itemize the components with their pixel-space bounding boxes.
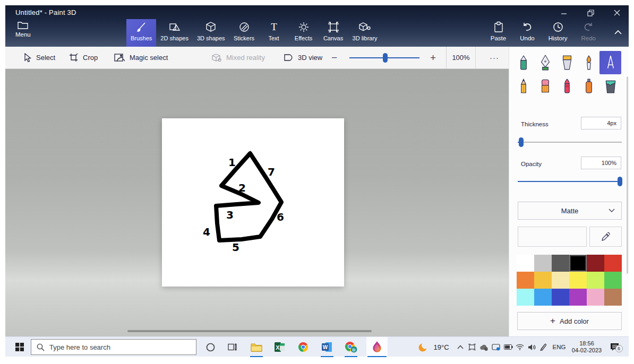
taskbar-app-paint-3d[interactable] (366, 337, 388, 357)
tab-2d-shapes[interactable]: 2D shapes (156, 19, 193, 47)
collapse-ribbon-button[interactable] (614, 28, 622, 37)
color-swatch[interactable] (587, 255, 604, 272)
color-swatch[interactable] (604, 255, 622, 272)
undo-button[interactable]: Undo (515, 19, 540, 47)
color-swatch[interactable] (552, 272, 569, 289)
opacity-slider[interactable] (518, 176, 622, 187)
tray-ink-icon[interactable] (537, 337, 549, 357)
notification-center-button[interactable]: 6 (606, 337, 622, 357)
2d-shapes-icon (169, 21, 181, 33)
tab-effects[interactable]: Effects (289, 19, 319, 47)
color-swatch[interactable] (534, 289, 552, 306)
close-button[interactable] (611, 7, 623, 18)
tab-3d-library[interactable]: 3D library (348, 19, 382, 47)
tray-screenshare-icon[interactable] (490, 337, 502, 357)
color-swatch[interactable] (517, 289, 534, 306)
task-view-button[interactable] (223, 337, 241, 357)
thickness-input[interactable]: 4px (581, 117, 621, 129)
magic-select-tool[interactable]: Magic select (114, 47, 168, 68)
weather-icon[interactable] (417, 337, 430, 357)
start-button[interactable] (11, 337, 29, 357)
marker-icon (517, 55, 530, 71)
eyedropper-button[interactable] (589, 227, 622, 247)
tab-brushes[interactable]: Brushes (126, 19, 156, 47)
brush-pencil[interactable] (512, 74, 534, 98)
color-swatch[interactable] (587, 272, 604, 289)
tray-cast-icon[interactable] (466, 337, 478, 357)
tab-3d-shapes[interactable]: 3D shapes (193, 19, 229, 47)
brush-spray-can[interactable] (578, 74, 599, 98)
thickness-slider[interactable] (518, 137, 622, 148)
add-color-button[interactable]: + Add color (517, 312, 622, 330)
select-tool[interactable]: Select (23, 47, 55, 68)
color-swatch[interactable] (587, 289, 604, 306)
zoom-slider[interactable] (349, 57, 419, 58)
cortana-button[interactable] (202, 337, 219, 357)
taskbar-app-word[interactable]: W (316, 337, 338, 357)
drawing-canvas[interactable]: 1234567 (162, 118, 344, 287)
horizontal-scrollbar[interactable] (127, 330, 372, 332)
color-swatch[interactable] (552, 255, 569, 272)
opacity-slider-thumb[interactable] (618, 177, 622, 186)
taskbar-search[interactable] (31, 339, 196, 355)
menu-button[interactable]: Menu (15, 20, 31, 38)
weather-temperature[interactable]: 19°C (430, 337, 452, 357)
zoom-percentage[interactable]: 100% (446, 47, 476, 68)
close-icon (614, 10, 620, 16)
opacity-input[interactable]: 100% (581, 157, 621, 169)
color-swatch[interactable] (569, 255, 587, 272)
language-indicator[interactable]: ENG (550, 337, 568, 357)
taskbar-app-excel[interactable]: X (269, 337, 290, 357)
tray-onedrive-icon[interactable]: ! (478, 337, 490, 357)
minimize-button[interactable] (558, 7, 570, 18)
tab-stickers[interactable]: Stickers (229, 19, 259, 47)
tray-battery-icon[interactable] (502, 337, 514, 357)
search-icon (37, 343, 45, 351)
brush-pixel-pen[interactable] (599, 51, 621, 74)
brush-marker[interactable] (512, 51, 534, 74)
color-swatch[interactable] (534, 255, 552, 272)
tab-canvas[interactable]: Canvas (319, 19, 348, 47)
color-swatch[interactable] (604, 272, 622, 289)
finish-dropdown[interactable]: Matte (518, 202, 622, 220)
brush-calligraphy-pen[interactable] (534, 51, 556, 74)
restore-button[interactable] (584, 7, 597, 18)
clock[interactable]: 18:56 04-02-2023 (569, 337, 604, 357)
zoom-out-button[interactable]: − (331, 47, 337, 68)
crop-tool[interactable]: Crop (69, 47, 98, 68)
canvas-drawing: 1234567 (162, 118, 344, 287)
3d-view-tool[interactable]: 3D view (284, 47, 322, 68)
color-swatch[interactable] (517, 272, 534, 289)
zoom-slider-thumb[interactable] (383, 53, 388, 63)
color-swatch[interactable] (552, 289, 569, 306)
paste-button[interactable]: Paste (485, 19, 511, 47)
taskbar-app-file-explorer[interactable] (246, 337, 267, 357)
tray-volume-icon[interactable] (526, 337, 537, 357)
brush-oil[interactable] (556, 51, 578, 74)
thickness-slider-thumb[interactable] (519, 137, 524, 147)
more-options-button[interactable]: ··· (481, 47, 508, 68)
sidebar-scrollbar[interactable] (627, 76, 628, 274)
current-color-well[interactable] (518, 227, 587, 247)
brush-fill[interactable] (599, 74, 621, 98)
mixed-reality-tool[interactable]: Mixed reality (211, 47, 265, 68)
zoom-in-button[interactable]: + (430, 47, 436, 68)
tray-wifi-icon[interactable] (514, 337, 526, 357)
history-button[interactable]: History (543, 19, 573, 47)
taskbar-app-chrome[interactable] (293, 337, 314, 357)
redo-button[interactable]: Redo (576, 19, 602, 47)
color-swatch[interactable] (517, 255, 534, 272)
brush-eraser[interactable] (534, 74, 556, 98)
action-label: Undo (520, 35, 535, 41)
brush-watercolour[interactable] (578, 51, 599, 74)
color-swatch[interactable] (569, 289, 587, 306)
search-input[interactable] (49, 343, 177, 351)
color-swatch[interactable] (534, 272, 552, 289)
taskbar-app-chrome-dev[interactable]: D (340, 337, 362, 357)
tab-text[interactable]: T Text (259, 19, 289, 47)
color-swatch[interactable] (604, 289, 622, 306)
tray-expand-button[interactable] (455, 337, 466, 357)
crop-icon (69, 53, 78, 62)
brush-crayon[interactable] (556, 74, 578, 98)
color-swatch[interactable] (569, 272, 587, 289)
